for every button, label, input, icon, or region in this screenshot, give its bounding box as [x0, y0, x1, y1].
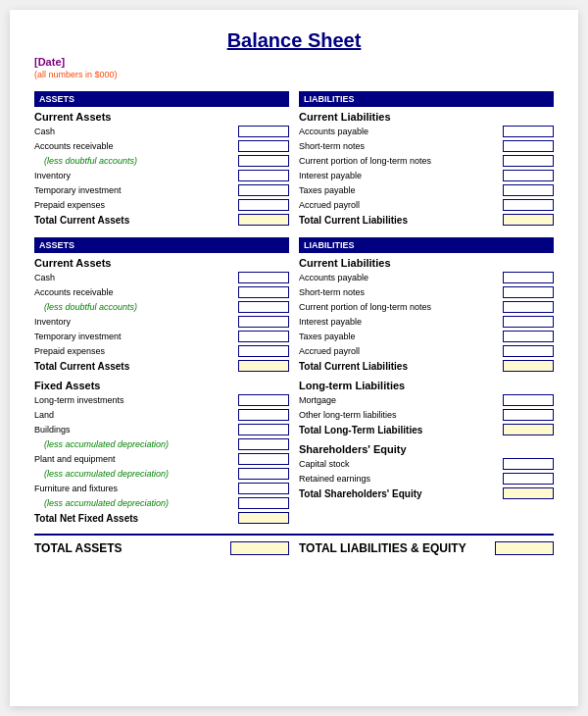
retained-earnings-input[interactable]	[503, 473, 554, 485]
page: Balance Sheet [Date] (all numbers in $00…	[10, 10, 578, 706]
land-input[interactable]	[238, 409, 289, 421]
ap-input-1[interactable]	[503, 126, 554, 137]
row-label: Furniture and fixtures	[34, 484, 238, 493]
total-row: Total Net Fixed Assets	[34, 512, 289, 524]
total-assets-row: TOTAL ASSETS	[34, 541, 289, 555]
tp-input-1[interactable]	[503, 184, 554, 196]
cash-input-2[interactable]	[238, 272, 289, 283]
total-liabilities-equity-input[interactable]	[495, 541, 554, 555]
prepaid-input-1[interactable]	[238, 199, 289, 211]
table-row: Accrued payroll	[299, 344, 554, 358]
total-current-assets-1[interactable]	[238, 214, 289, 226]
table-row: Taxes payable	[299, 183, 554, 197]
total-row: Total Current Assets	[34, 360, 289, 372]
total-label: Total Current Assets	[34, 361, 238, 372]
ip-input-1[interactable]	[503, 170, 554, 181]
row-label: Accounts payable	[299, 273, 503, 282]
capital-stock-input[interactable]	[503, 458, 554, 470]
row-label: Accrued payroll	[299, 200, 503, 210]
total-current-liabilities-2[interactable]	[503, 360, 554, 372]
table-row: Prepaid expenses	[34, 344, 289, 358]
row-label: Temporary investment	[34, 332, 238, 341]
row-label: (less accumulated depreciation)	[34, 469, 238, 479]
table-row: Short-term notes	[299, 139, 554, 153]
row-label: Cash	[34, 273, 238, 282]
ap-input-2[interactable]	[503, 272, 554, 283]
total-label: Total Current Liabilities	[299, 361, 503, 372]
top-section: ASSETS Current Assets Cash Accounts rece…	[34, 91, 554, 230]
ar-input-2[interactable]	[238, 286, 289, 298]
ip-input-2[interactable]	[503, 316, 554, 328]
cplt-input-1[interactable]	[503, 155, 554, 167]
lti-input[interactable]	[238, 394, 289, 406]
plant-dep-input[interactable]	[238, 468, 289, 480]
cplt-input-2[interactable]	[503, 301, 554, 313]
furn-dep-input[interactable]	[238, 497, 289, 509]
row-label: Plant and equipment	[34, 454, 238, 464]
grand-totals-row: TOTAL ASSETS TOTAL LIABILITIES & EQUITY	[34, 534, 554, 559]
accp-input-2[interactable]	[503, 345, 554, 357]
table-row: Land	[34, 408, 289, 422]
total-long-term-liabilities[interactable]	[503, 424, 554, 435]
row-label: Current portion of long-term notes	[299, 302, 503, 312]
row-label: Inventory	[34, 171, 238, 180]
table-row: Retained earnings	[299, 472, 554, 486]
doubtful-input-2[interactable]	[238, 301, 289, 313]
table-row: Capital stock	[299, 457, 554, 471]
row-label: Temporary investment	[34, 185, 238, 195]
row-label: Accounts receivable	[34, 287, 238, 297]
table-row: Taxes payable	[299, 330, 554, 343]
table-row: Prepaid expenses	[34, 198, 289, 212]
table-row: Plant and equipment	[34, 452, 289, 466]
table-row: Inventory	[34, 169, 289, 182]
table-row: (less accumulated depreciation)	[34, 467, 289, 481]
total-row: Total Long-Term Liabilities	[299, 424, 554, 435]
total-row: Total Shareholders' Equity	[299, 487, 554, 499]
table-row: Accrued payroll	[299, 198, 554, 212]
row-label: (less doubtful accounts)	[34, 302, 238, 312]
row-label: Interest payable	[299, 171, 503, 180]
total-net-fixed[interactable]	[238, 512, 289, 524]
table-row: Inventory	[34, 315, 289, 329]
total-shareholders-equity[interactable]	[503, 487, 554, 499]
page-title: Balance Sheet	[34, 29, 554, 52]
cash-input-1[interactable]	[238, 126, 289, 137]
row-label: Land	[34, 410, 238, 420]
doubtful-input-1[interactable]	[238, 155, 289, 167]
temp-inv-input-1[interactable]	[238, 184, 289, 196]
furn-input[interactable]	[238, 483, 289, 494]
bld-dep-input[interactable]	[238, 438, 289, 450]
temp-inv-input-2[interactable]	[238, 331, 289, 342]
accp-input-1[interactable]	[503, 199, 554, 211]
other-lt-input[interactable]	[503, 409, 554, 421]
total-assets-input[interactable]	[230, 541, 289, 555]
total-current-liabilities-1[interactable]	[503, 214, 554, 226]
table-row: (less doubtful accounts)	[34, 154, 289, 168]
total-long-term-liabilities-label: Total Long-Term Liabilities	[299, 425, 503, 435]
table-row: Interest payable	[299, 315, 554, 329]
row-label: Cash	[34, 127, 238, 136]
inventory-input-2[interactable]	[238, 316, 289, 328]
total-row: Total Current Liabilities	[299, 214, 554, 226]
inventory-input-1[interactable]	[238, 170, 289, 181]
buildings-input[interactable]	[238, 424, 289, 435]
table-row: (less accumulated depreciation)	[34, 437, 289, 451]
table-row: Buildings	[34, 423, 289, 436]
prepaid-input-2[interactable]	[238, 345, 289, 357]
total-shareholders-equity-label: Total Shareholders' Equity	[299, 488, 503, 499]
table-row: Temporary investment	[34, 330, 289, 343]
subtitle: (all numbers in $000)	[34, 70, 554, 79]
tp-input-2[interactable]	[503, 331, 554, 342]
stn-input-1[interactable]	[503, 140, 554, 152]
row-label: Taxes payable	[299, 185, 503, 195]
stn-input-2[interactable]	[503, 286, 554, 298]
row-label: Inventory	[34, 317, 238, 327]
row-label: Accounts receivable	[34, 141, 238, 151]
total-current-assets-2[interactable]	[238, 360, 289, 372]
row-label: Buildings	[34, 425, 238, 435]
total-label: Total Current Liabilities	[299, 215, 503, 226]
ar-input-1[interactable]	[238, 140, 289, 152]
mortgage-input[interactable]	[503, 394, 554, 406]
plant-input[interactable]	[238, 453, 289, 465]
table-row: Other long-term liabilities	[299, 408, 554, 422]
